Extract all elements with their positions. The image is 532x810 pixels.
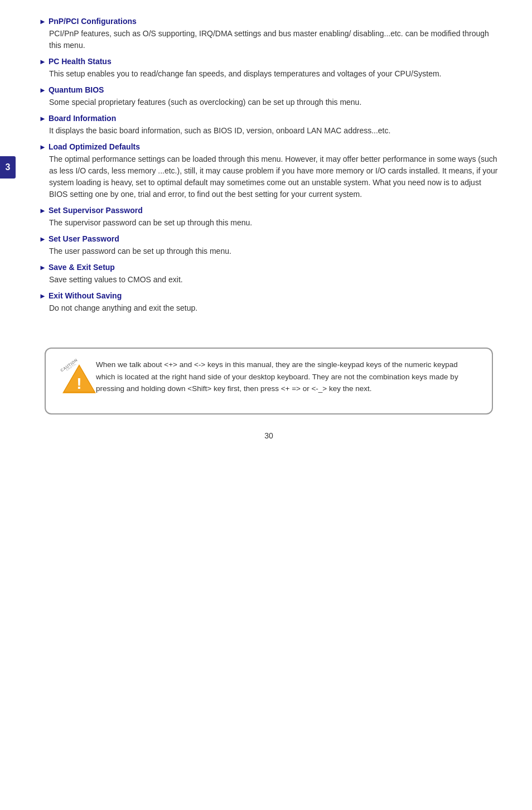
caution-text: When we talk about <+> and <-> keys in t… <box>96 360 458 393</box>
section-title-exit-without-saving: ► Exit Without Saving <box>39 291 499 300</box>
section-title-text-supervisor-password: Set Supervisor Password <box>49 206 143 215</box>
section-title-supervisor-password: ► Set Supervisor Password <box>39 206 499 215</box>
section-body-exit-without-saving: Do not change anything and exit the setu… <box>39 302 499 314</box>
section-pnp-pci: ► PnP/PCI ConfigurationsPCI/PnP features… <box>39 17 499 51</box>
arrow-icon-user-password: ► <box>39 235 46 243</box>
page-container: 3 ► PnP/PCI ConfigurationsPCI/PnP featur… <box>0 0 532 462</box>
arrow-icon-supervisor-password: ► <box>39 206 46 215</box>
section-title-pc-health: ► PC Health Status <box>39 57 499 66</box>
section-save-exit: ► Save & Exit SetupSave setting values t… <box>39 263 499 286</box>
section-title-save-exit: ► Save & Exit Setup <box>39 263 499 272</box>
section-quantum-bios: ► Quantum BIOSSome special proprietary f… <box>39 85 499 108</box>
section-body-supervisor-password: The supervisor password can be set up th… <box>39 217 499 229</box>
section-body-load-defaults: The optimal performance settings can be … <box>39 153 499 200</box>
section-title-text-load-defaults: Load Optimized Defaults <box>49 142 140 151</box>
caution-icon: CAUTION ! CAUTION <box>62 364 96 398</box>
section-title-text-quantum-bios: Quantum BIOS <box>49 85 104 94</box>
caution-box-container: CAUTION ! CAUTION When we talk about <+>… <box>39 348 499 414</box>
section-body-pnp-pci: PCI/PnP features, such as O/S supporting… <box>39 28 499 51</box>
section-user-password: ► Set User PasswordThe user password can… <box>39 234 499 257</box>
section-title-text-save-exit: Save & Exit Setup <box>49 263 115 272</box>
arrow-icon-load-defaults: ► <box>39 143 46 151</box>
section-body-save-exit: Save setting values to CMOS and exit. <box>39 274 499 286</box>
section-body-pc-health: This setup enables you to read/change fa… <box>39 68 499 80</box>
section-title-pnp-pci: ► PnP/PCI Configurations <box>39 17 499 26</box>
section-supervisor-password: ► Set Supervisor PasswordThe supervisor … <box>39 206 499 229</box>
section-title-text-pc-health: PC Health Status <box>49 57 112 66</box>
caution-triangle-svg: ! CAUTION <box>62 364 96 393</box>
arrow-icon-board-info: ► <box>39 114 46 123</box>
arrow-icon-pnp-pci: ► <box>39 17 46 26</box>
arrow-icon-quantum-bios: ► <box>39 86 46 94</box>
section-board-info: ► Board InformationIt displays the basic… <box>39 114 499 137</box>
sections-container: ► PnP/PCI ConfigurationsPCI/PnP features… <box>39 17 499 314</box>
chapter-tab: 3 <box>0 156 16 179</box>
arrow-icon-exit-without-saving: ► <box>39 292 46 300</box>
section-title-board-info: ► Board Information <box>39 114 499 123</box>
section-body-board-info: It displays the basic board information,… <box>39 125 499 137</box>
section-title-quantum-bios: ► Quantum BIOS <box>39 85 499 94</box>
caution-box: CAUTION ! CAUTION When we talk about <+>… <box>45 348 493 414</box>
section-title-text-pnp-pci: PnP/PCI Configurations <box>49 17 137 26</box>
arrow-icon-save-exit: ► <box>39 263 46 272</box>
section-body-user-password: The user password can be set up through … <box>39 245 499 257</box>
svg-text:!: ! <box>76 375 81 392</box>
arrow-icon-pc-health: ► <box>39 57 46 66</box>
page-number: 30 <box>39 431 499 440</box>
section-title-text-user-password: Set User Password <box>49 234 119 243</box>
section-title-text-board-info: Board Information <box>49 114 116 123</box>
section-title-user-password: ► Set User Password <box>39 234 499 243</box>
section-body-quantum-bios: Some special proprietary features (such … <box>39 97 499 108</box>
section-exit-without-saving: ► Exit Without SavingDo not change anyth… <box>39 291 499 314</box>
section-load-defaults: ► Load Optimized DefaultsThe optimal per… <box>39 142 499 200</box>
section-title-text-exit-without-saving: Exit Without Saving <box>49 291 122 300</box>
section-title-load-defaults: ► Load Optimized Defaults <box>39 142 499 151</box>
section-pc-health: ► PC Health StatusThis setup enables you… <box>39 57 499 80</box>
